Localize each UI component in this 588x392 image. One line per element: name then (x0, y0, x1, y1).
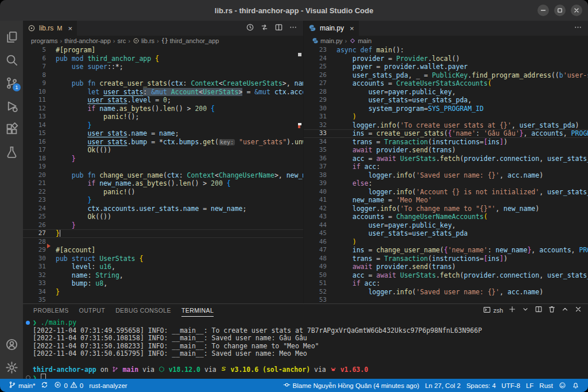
accounts-icon[interactable] (0, 333, 23, 356)
code-line[interactable]: 32 name: String, (23, 271, 303, 280)
code-line[interactable]: 24 provider = Provider.local() (304, 55, 588, 63)
code-line[interactable]: 14 } (23, 121, 303, 130)
code-line[interactable]: 30pub struct UserStats { (23, 255, 303, 263)
code-line[interactable]: 37 if acc: (304, 163, 588, 171)
close-button[interactable] (571, 5, 582, 16)
command-decoration-icon[interactable] (26, 375, 30, 379)
code-line[interactable]: 43 accounts = ChangeUserNameAccounts( (304, 213, 588, 221)
open-changes-icon[interactable] (260, 23, 269, 34)
code-line[interactable]: 45 user_stats=user_stats_pda (304, 229, 588, 238)
source-control-icon[interactable]: 1 (0, 71, 23, 94)
code-line[interactable]: 29#[account] (23, 246, 303, 255)
code-line[interactable]: 31 level: u16, (23, 263, 303, 271)
code-line[interactable]: 39 else: (304, 179, 588, 188)
kill-terminal-icon[interactable] (548, 305, 556, 316)
code-line[interactable]: 17 Ok(()) (23, 146, 303, 155)
code-line[interactable]: 33 bump: u8, (23, 279, 303, 288)
code-line[interactable]: 26 user_stats_pda, _ = PublicKey.find_pr… (304, 71, 588, 80)
breadcrumb-item[interactable]: {}third_anchor_app (161, 37, 219, 44)
code-line[interactable]: 18 } (23, 155, 303, 163)
chevron-down-icon[interactable] (521, 305, 529, 316)
settings-gear-icon[interactable] (0, 356, 23, 379)
encoding-status[interactable]: UTF-8 (498, 382, 523, 389)
code-line[interactable]: 31 ) (304, 113, 588, 121)
code-line[interactable]: 6pub mod third_anchor_app { (23, 55, 303, 63)
code-line[interactable]: 40 logger.info('Account {} is not initia… (304, 188, 588, 197)
code-line[interactable]: 25 Ok(()) (23, 213, 303, 221)
explorer-icon[interactable] (0, 25, 23, 48)
tab-lib-rs[interactable]: lib.rs M × (23, 21, 77, 36)
code-line[interactable]: 41 new_name = 'Meo Meo' (304, 196, 588, 205)
code-line[interactable]: 9 pub fn create_user_stats(ctx: Context<… (23, 79, 303, 88)
close-panel-icon[interactable] (574, 305, 582, 316)
feedback-icon[interactable] (556, 382, 569, 389)
code-line[interactable]: 27 accounts = CreateUserStatsAccounts( (304, 79, 588, 88)
code-editor-lib-rs[interactable]: 5#[program]6pub mod third_anchor_app {7 … (23, 46, 303, 303)
code-line[interactable]: 52 logger.info('Saved user name: {}', ac… (304, 288, 588, 297)
code-line[interactable]: 25 payer = provider.wallet.payer (304, 63, 588, 71)
split-editor-icon[interactable] (274, 23, 283, 34)
code-line[interactable]: 33 ins = create_user_stats({'name': 'Gâu… (304, 129, 588, 138)
run-debug-icon[interactable] (0, 94, 23, 117)
code-line[interactable]: 13 panic!(); (23, 113, 303, 121)
code-line[interactable]: 48 trans = Transaction(instructions=[ins… (304, 255, 588, 263)
tab-problems[interactable]: PROBLEMS (33, 304, 69, 317)
code-line[interactable]: 34} (23, 288, 303, 297)
code-line[interactable]: 10 let user_stats: &mut Account<UserStat… (23, 88, 303, 97)
code-line[interactable]: 35 await provider.send(trans) (304, 146, 588, 155)
code-line[interactable]: 24 ctx.accounts.user_stats.name = new_na… (23, 205, 303, 213)
extensions-icon[interactable] (0, 117, 23, 140)
indentation-status[interactable]: Spaces: 4 (463, 382, 498, 389)
sync-status[interactable] (38, 379, 51, 392)
code-line[interactable]: 47 ins = change_user_name({'new_name': n… (304, 246, 588, 255)
tab-terminal[interactable]: TERMINAL (181, 304, 214, 317)
code-line[interactable]: 34 trans = Transaction(instructions=[ins… (304, 138, 588, 147)
more-actions-icon[interactable] (574, 23, 582, 34)
code-line[interactable]: 49 await provider.send(trans) (304, 263, 588, 271)
new-terminal-icon[interactable] (508, 305, 516, 316)
code-line[interactable]: 20 pub fn change_user_name(ctx: Context<… (23, 171, 303, 180)
code-line[interactable]: 5#[program] (23, 46, 303, 55)
breadcrumb-item[interactable]: third-anchor-app (64, 37, 111, 44)
breadcrumbs-right[interactable]: main.py›main (304, 36, 588, 46)
maximize-button[interactable] (554, 5, 566, 16)
code-line[interactable]: 16 user_stats.bump = *ctx.bumps.get(key:… (23, 138, 303, 147)
maximize-panel-icon[interactable] (561, 305, 569, 316)
git-blame-status[interactable]: Blame Nguyễn Hồng Quân (4 minutes ago) (280, 381, 423, 390)
breadcrumb-item[interactable]: programs (31, 37, 57, 44)
more-actions-icon[interactable] (289, 23, 297, 34)
code-line[interactable]: 38 logger.info('Saved user name: {}', ac… (304, 171, 588, 180)
code-line[interactable]: 28 (23, 238, 303, 247)
code-line[interactable]: 15 user_stats.name = name; (23, 129, 303, 138)
code-line[interactable]: 28 user=payer.public_key, (304, 88, 588, 97)
code-editor-main-py[interactable]: 23async def main():24 provider = Provide… (304, 46, 588, 303)
command-decoration-icon[interactable] (26, 321, 30, 325)
code-line[interactable]: 19 (23, 163, 303, 171)
minimize-button[interactable] (537, 5, 549, 16)
code-line[interactable]: 35 (23, 296, 303, 303)
code-line[interactable]: 23 } (23, 196, 303, 205)
breadcrumb-item[interactable]: lib.rs (133, 37, 154, 44)
split-terminal-icon[interactable] (535, 305, 543, 316)
notifications-bell-icon[interactable] (569, 382, 582, 389)
language-server-status[interactable]: rust-analyzer (86, 379, 130, 392)
terminal-output[interactable]: ❯ ./main.py[2022-11-04 07:31:49.595658] … (23, 317, 588, 379)
code-line[interactable]: 53 (304, 296, 588, 303)
breadcrumbs-left[interactable]: programs›third-anchor-app›src›lib.rs›{}t… (23, 36, 303, 46)
close-tab-icon[interactable]: × (350, 24, 354, 33)
code-line[interactable]: 29 user_stats=user_stats_pda, (304, 96, 588, 105)
code-line[interactable]: 50 acc = await UserStats.fetch(provider.… (304, 271, 588, 280)
eol-status[interactable]: LF (523, 382, 536, 389)
cursor-position-status[interactable]: Ln 27, Col 2 (422, 382, 463, 389)
code-line[interactable]: 46 ) (304, 238, 588, 247)
language-mode-status[interactable]: Rust (536, 382, 556, 389)
code-line[interactable]: 12 if name.as_bytes().len() > 200 { (23, 105, 303, 113)
code-line[interactable]: 27} (23, 229, 303, 238)
terminal-shell-selector[interactable]: zsh (483, 306, 503, 315)
code-line[interactable]: 51 if acc: (304, 279, 588, 288)
search-icon[interactable] (0, 48, 23, 71)
breadcrumb-item[interactable]: main (349, 37, 372, 44)
code-line[interactable]: 32 logger.info('To create user stats at … (304, 121, 588, 130)
breadcrumb-item[interactable]: main.py (312, 37, 343, 44)
branch-status[interactable]: main* (6, 379, 38, 392)
